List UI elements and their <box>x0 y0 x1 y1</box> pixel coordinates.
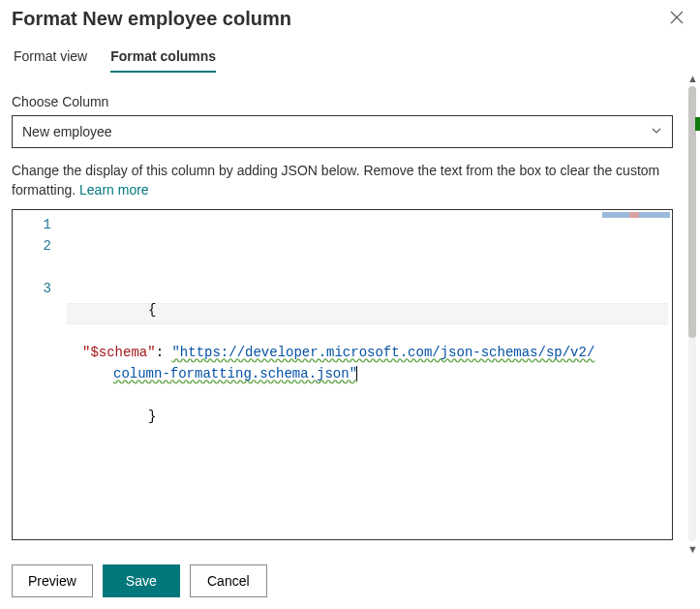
format-column-panel: Format New employee column Format view F… <box>0 0 700 609</box>
code-editor-surface[interactable]: 1 2 3 { "$schema": "https://developer.mi… <box>13 210 672 539</box>
line-number-gutter: 1 2 3 <box>13 210 67 539</box>
scroll-up-icon[interactable]: ▲ <box>687 73 698 84</box>
cancel-button[interactable]: Cancel <box>190 564 267 597</box>
help-text: Change the display of this column by add… <box>12 162 688 199</box>
code-content[interactable]: { "$schema": "https://developer.microsof… <box>67 210 672 539</box>
panel-header: Format New employee column <box>0 0 700 31</box>
code-colon: : <box>156 345 172 360</box>
tab-format-view[interactable]: Format view <box>14 43 87 72</box>
panel-title: Format New employee column <box>12 8 665 30</box>
column-dropdown-value: New employee <box>22 124 112 139</box>
close-icon <box>670 11 684 28</box>
panel-body: ▲ ▼ Choose Column New employee Change th… <box>0 73 700 555</box>
code-key-schema: "$schema" <box>82 345 156 360</box>
chevron-down-icon <box>651 125 662 139</box>
panel-footer: Preview Save Cancel <box>0 555 700 609</box>
tab-format-columns[interactable]: Format columns <box>110 43 216 72</box>
line-number: 3 <box>13 278 51 299</box>
line-number: 2 <box>13 235 51 278</box>
code-schema-url-part1: "https://developer.microsoft.com/json-sc… <box>171 345 594 360</box>
tab-strip: Format view Format columns <box>0 31 700 73</box>
code-schema-url-part2: column-formatting.schema.json" <box>113 366 357 381</box>
scroll-down-icon[interactable]: ▼ <box>687 543 698 555</box>
choose-column-label: Choose Column <box>12 94 688 109</box>
json-editor[interactable]: 1 2 3 { "$schema": "https://developer.mi… <box>12 209 673 540</box>
code-brace-close: } <box>148 409 156 424</box>
scrollbar-marker <box>695 117 700 131</box>
line-number: 1 <box>13 214 51 235</box>
current-line-highlight <box>67 303 668 324</box>
code-brace-open: { <box>148 302 156 318</box>
close-button[interactable] <box>665 8 688 31</box>
save-button[interactable]: Save <box>103 564 180 597</box>
column-dropdown[interactable]: New employee <box>12 115 673 148</box>
preview-button[interactable]: Preview <box>12 564 93 597</box>
learn-more-link[interactable]: Learn more <box>79 182 149 198</box>
